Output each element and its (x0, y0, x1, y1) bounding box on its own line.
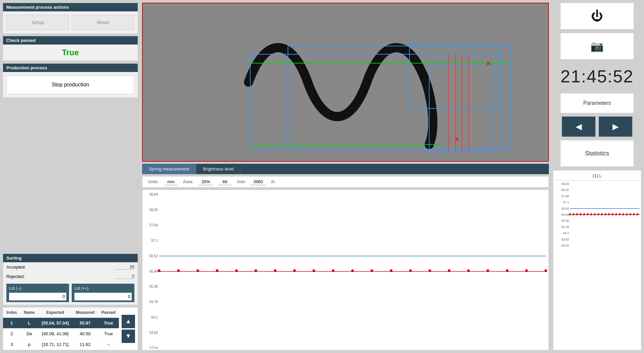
cell-passed: -- (98, 339, 119, 350)
lot-minus-label: Lot (--) (9, 285, 66, 291)
rate2-value: 3960 (251, 179, 266, 185)
svg-text:2: 2 (288, 40, 291, 45)
svg-text:55.94: 55.94 (561, 213, 569, 216)
tab-brightness-level[interactable]: Brightness level (196, 164, 241, 174)
measurements-table: Index Name Expected Measured Passed 1L[5… (3, 307, 119, 350)
accepted-value[interactable] (114, 264, 134, 270)
reset-button[interactable]: Reset (72, 15, 134, 30)
parameters-button[interactable]: Parameters (560, 93, 634, 113)
action-buttons: Setup Reset (3, 11, 138, 33)
svg-text:3: 3 (411, 38, 414, 43)
measurement-section-header: Measurement process actions (3, 3, 138, 11)
camera-icon: 📷 (590, 40, 604, 53)
cell-passed: True (98, 329, 119, 339)
col-index: Index (3, 307, 20, 318)
cell-expected: [10.71, 12.71] (38, 339, 72, 350)
svg-point-73 (597, 213, 599, 215)
rate1-value: 66 (218, 179, 232, 185)
check-passed-value: True (3, 45, 138, 61)
accepted-row: Accepted: (3, 262, 138, 272)
svg-point-47 (467, 269, 470, 272)
lot-plus-label: Lot (++) (74, 285, 132, 291)
svg-point-69 (583, 213, 585, 215)
clock-display: 21:45:52 (561, 66, 634, 86)
svg-text:56.52: 56.52 (149, 254, 158, 258)
lot-plus-value[interactable] (74, 293, 132, 300)
rejected-value[interactable] (114, 274, 134, 279)
power-button[interactable]: ⏻ (560, 3, 634, 29)
rejected-label: Rejected: (6, 274, 25, 279)
setup-button[interactable]: Setup (6, 15, 69, 30)
area-value: 26% (199, 179, 213, 185)
svg-text:58.26: 58.26 (149, 208, 158, 211)
rate2-unit: /h (271, 179, 275, 184)
svg-text:58.84: 58.84 (149, 193, 158, 196)
svg-text:58.26: 58.26 (561, 188, 569, 192)
stop-production-button[interactable]: Stop production (6, 75, 134, 94)
svg-text:55.94: 55.94 (149, 269, 158, 273)
svg-point-79 (619, 213, 621, 215)
tab-spring-measurement[interactable]: Spring measurement (142, 164, 196, 174)
nav-left-button[interactable]: ◀ (562, 117, 595, 137)
svg-point-36 (255, 269, 257, 272)
svg-point-32 (177, 269, 180, 272)
svg-point-70 (587, 213, 589, 215)
right-panel: ⏻ 📷 21:45:52 Parameters ◀ ▶ Statistics (… (550, 0, 644, 353)
svg-point-71 (590, 213, 592, 215)
svg-point-45 (429, 269, 431, 272)
table-row[interactable]: 2De[40.08, 41.08]40.50True (3, 329, 119, 339)
cell-index: 2 (3, 329, 20, 339)
svg-text:54.2: 54.2 (151, 315, 158, 319)
left-panel: Measurement process actions Setup Reset … (0, 0, 141, 353)
spacer (3, 100, 138, 252)
measurements-bar: Units: mm Area: 26% 66 /min 3960 /h (142, 176, 549, 188)
nav-right-button[interactable]: ▶ (599, 117, 632, 137)
svg-text:55.36: 55.36 (149, 285, 158, 288)
svg-point-43 (390, 269, 392, 272)
cell-name: De (20, 329, 38, 339)
svg-text:57.68: 57.68 (561, 195, 569, 198)
svg-point-68 (580, 213, 582, 215)
table-down-button[interactable]: ▼ (122, 330, 135, 343)
left-arrow-icon: ◀ (576, 122, 582, 131)
nav-button-row: ◀ ▶ (562, 117, 632, 137)
measurement-section: Measurement process actions Setup Reset (3, 3, 138, 34)
units-label: Units: (148, 179, 159, 184)
image-area: 1 2 3 (142, 3, 549, 162)
svg-point-66 (573, 213, 575, 215)
cell-index: 3 (3, 339, 20, 350)
lot-row: Lot (--) Lot (++) (3, 281, 138, 305)
svg-text:53.62: 53.62 (561, 238, 569, 241)
main-chart-svg: 58.8458.2657.6857.156.5255.9455.3654.785… (142, 191, 549, 349)
check-passed-header: Check passed (3, 36, 138, 45)
svg-point-65 (569, 213, 571, 215)
svg-text:1: 1 (250, 48, 253, 53)
svg-point-82 (629, 213, 631, 215)
col-name: Name (20, 307, 38, 318)
units-value: mm (164, 179, 178, 185)
table-row[interactable]: 1L[55.04, 57.04]55.97True (3, 318, 119, 329)
col-expected: Expected (38, 307, 72, 318)
svg-text:53.62: 53.62 (149, 331, 158, 335)
svg-point-41 (351, 269, 354, 272)
svg-point-76 (608, 213, 610, 215)
tabs-bar: Spring measurement Brightness level (142, 164, 549, 174)
area-label: Area: (183, 179, 193, 184)
svg-rect-0 (239, 3, 452, 161)
table-row[interactable]: 3p[10.71, 12.71]11.62-- (3, 339, 119, 350)
svg-point-83 (633, 213, 635, 215)
sorting-section: Sorting Accepted: Rejected: Lot (--) Lot… (3, 254, 138, 305)
svg-point-37 (274, 269, 276, 272)
svg-text:54.78: 54.78 (561, 225, 569, 229)
statistics-button[interactable]: Statistics (560, 140, 634, 167)
table-section: Index Name Expected Measured Passed 1L[5… (3, 307, 138, 350)
svg-point-46 (448, 269, 451, 272)
lot-minus-value[interactable] (9, 293, 66, 300)
right-chart-title: (1) L (555, 172, 640, 180)
cell-passed: True (98, 318, 119, 329)
camera-button[interactable]: 📷 (560, 33, 634, 60)
right-chart-area: (1) L 58.8458.2657.6857.156.5255.9455.36… (553, 170, 641, 350)
table-up-button[interactable]: ▲ (122, 315, 135, 328)
svg-point-77 (611, 213, 614, 215)
svg-point-80 (622, 213, 624, 215)
